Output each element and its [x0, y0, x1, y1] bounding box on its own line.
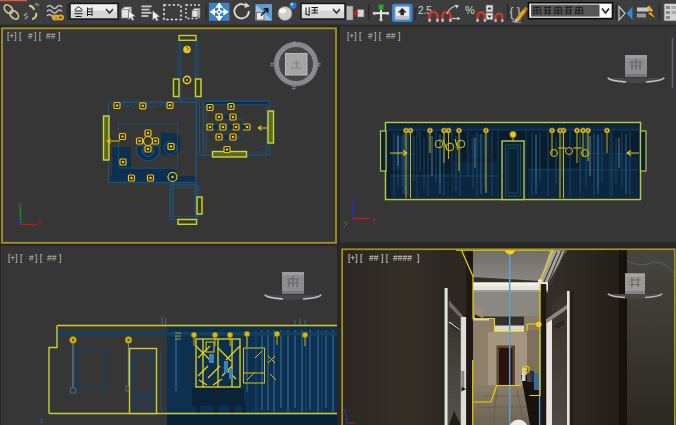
svg-text:#: #: [317, 61, 321, 68]
svg-text:]: ]: [58, 31, 60, 41]
svg-text:] [: ] [: [35, 253, 43, 263]
svg-text:##: ##: [369, 253, 379, 263]
svg-text:####: ####: [393, 253, 412, 263]
svg-text:##: ##: [46, 31, 56, 41]
svg-text:[+] [: [+] [: [348, 253, 363, 263]
svg-text:#: #: [28, 31, 33, 41]
svg-text:ABC: ABC: [512, 19, 522, 24]
svg-text:#: #: [292, 84, 296, 91]
svg-text:]: ]: [417, 253, 419, 263]
svg-text:z: z: [40, 417, 44, 424]
svg-text:z: z: [17, 217, 21, 226]
svg-text:##: ##: [47, 253, 57, 263]
svg-text:##: ##: [386, 31, 396, 41]
svg-text:#: #: [292, 40, 296, 47]
svg-text:x: x: [372, 215, 376, 224]
svg-text:]: ]: [398, 31, 400, 41]
svg-text:[+] [: [+] [: [347, 31, 362, 41]
svg-text:]: ]: [59, 253, 61, 263]
svg-text:y: y: [344, 218, 348, 227]
svg-text:y: y: [18, 200, 22, 209]
svg-text:z: z: [344, 407, 348, 414]
svg-text:z: z: [351, 194, 355, 203]
svg-text:] [: ] [: [381, 253, 389, 263]
svg-text:] [: ] [: [34, 31, 42, 41]
svg-text:#: #: [29, 253, 34, 263]
svg-text:[+] [: [+] [: [7, 31, 22, 41]
svg-text:x: x: [38, 217, 42, 226]
svg-text:%: %: [465, 4, 475, 16]
svg-text:#: #: [270, 61, 274, 68]
svg-text:[+] [: [+] [: [8, 253, 23, 263]
svg-text:] [: ] [: [374, 31, 382, 41]
svg-text:#: #: [368, 31, 373, 41]
